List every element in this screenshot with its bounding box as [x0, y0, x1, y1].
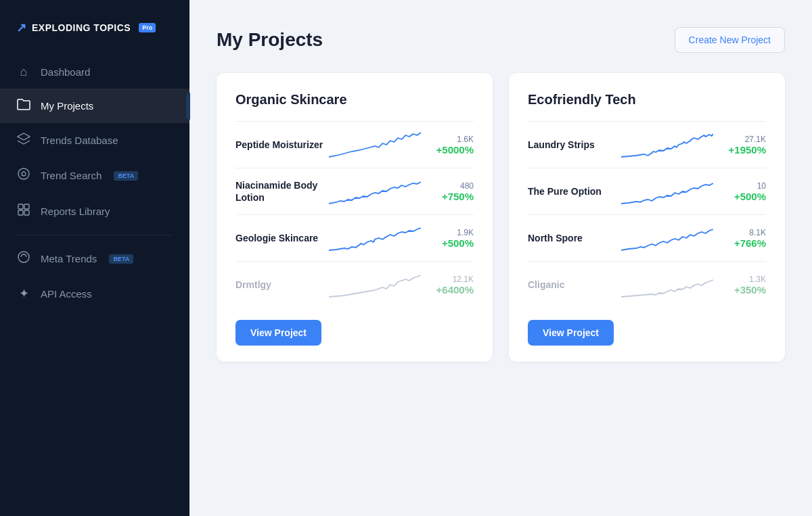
- topic-row: Peptide Moisturizer 1.6K +5000%: [235, 121, 474, 168]
- topic-stats: 480 +750%: [426, 181, 474, 202]
- beta-badge: BETA: [114, 171, 138, 181]
- project-name: Ecofriendly Tech: [528, 92, 766, 108]
- meta-trends-icon: [16, 250, 31, 267]
- search-circle-icon: [16, 167, 31, 184]
- active-indicator: [186, 93, 190, 120]
- topic-stats: 10 +500%: [719, 181, 766, 202]
- topic-pct: +350%: [719, 284, 766, 296]
- topic-name: North Spore: [528, 232, 616, 244]
- topic-pct: +500%: [426, 237, 474, 249]
- view-project-button[interactable]: View Project: [235, 320, 321, 346]
- project-name: Organic Skincare: [235, 92, 474, 108]
- sidebar-item-label: My Projects: [41, 100, 93, 112]
- project-card-organic-skincare: Organic Skincare Peptide Moisturizer 1.6…: [217, 73, 493, 362]
- sidebar-item-dashboard[interactable]: ⌂ Dashboard: [0, 55, 189, 89]
- topic-row: Laundry Strips 27.1K +1950%: [528, 121, 766, 168]
- mini-chart: [621, 178, 713, 205]
- mini-chart: [329, 131, 421, 158]
- topic-pct: +750%: [426, 191, 474, 202]
- sidebar-divider: [16, 235, 173, 235]
- main-content: My Projects Create New Project Organic S…: [189, 0, 812, 516]
- topic-count: 1.6K: [426, 135, 474, 144]
- sidebar-item-trend-search[interactable]: Trend Search BETA: [0, 158, 189, 193]
- mini-chart: [329, 225, 421, 252]
- topic-stats: 27.1K +1950%: [719, 135, 766, 156]
- topic-row: Niacinamide Body Lotion 480 +750%: [235, 168, 474, 214]
- layers-icon: [16, 133, 31, 148]
- topic-stats: 1.9K +500%: [426, 228, 474, 249]
- topic-row: North Spore 8.1K +766%: [528, 214, 766, 261]
- topic-name: Laundry Strips: [528, 139, 616, 151]
- sidebar-item-api-access[interactable]: ✦ API Access: [0, 277, 189, 310]
- topic-row-faded: Drmtlgy 12.1K +6400%: [235, 261, 474, 308]
- topic-row: Geologie Skincare 1.9K +500%: [235, 214, 474, 261]
- main-header: My Projects Create New Project: [217, 27, 785, 53]
- svg-point-0: [18, 168, 29, 179]
- topic-pct: +5000%: [426, 144, 474, 156]
- sidebar-item-label: Dashboard: [41, 66, 90, 78]
- topic-name: Peptide Moisturizer: [235, 139, 323, 151]
- svg-rect-4: [18, 210, 23, 215]
- mini-chart: [621, 131, 713, 158]
- sidebar-item-trends-database[interactable]: Trends Database: [0, 123, 189, 158]
- projects-grid: Organic Skincare Peptide Moisturizer 1.6…: [217, 73, 785, 362]
- topic-stats: 1.3K +350%: [719, 275, 766, 296]
- sidebar: ↗ EXPLODING TOPICS Pro ⌂ Dashboard My Pr…: [0, 0, 189, 516]
- beta-badge: BETA: [109, 254, 133, 264]
- logo-area: ↗ EXPLODING TOPICS Pro: [0, 14, 189, 55]
- create-project-button[interactable]: Create New Project: [675, 27, 785, 53]
- topic-name: Geologie Skincare: [235, 232, 323, 244]
- topic-name: Drmtlgy: [235, 279, 323, 291]
- topic-name: Niacinamide Body Lotion: [235, 179, 323, 204]
- svg-rect-2: [18, 204, 23, 209]
- topic-pct: +1950%: [719, 144, 766, 156]
- sidebar-item-label: Trend Search: [41, 170, 102, 181]
- api-icon: ✦: [16, 286, 31, 301]
- topic-count: 27.1K: [719, 135, 766, 144]
- sidebar-item-label: Meta Trends: [41, 253, 97, 264]
- topic-pct: +6400%: [426, 284, 474, 296]
- sidebar-item-meta-trends[interactable]: Meta Trends BETA: [0, 241, 189, 277]
- topic-pct: +500%: [719, 191, 766, 202]
- topic-count: 12.1K: [426, 275, 474, 284]
- topic-pct: +766%: [719, 237, 766, 249]
- logo-icon: ↗: [16, 20, 26, 35]
- mini-chart: [621, 225, 713, 252]
- topic-stats: 1.6K +5000%: [426, 135, 474, 156]
- topic-stats: 12.1K +6400%: [426, 275, 474, 296]
- pro-badge: Pro: [139, 23, 156, 32]
- sidebar-item-label: API Access: [41, 288, 92, 300]
- reports-icon: [16, 203, 31, 220]
- topic-count: 8.1K: [719, 228, 766, 237]
- svg-rect-5: [24, 210, 29, 215]
- topic-stats: 8.1K +766%: [719, 228, 766, 249]
- mini-chart: [329, 178, 421, 205]
- topic-row-faded: Cliganic 1.3K +350%: [528, 261, 766, 308]
- topic-count: 1.9K: [426, 228, 474, 237]
- topic-row: The Pure Option 10 +500%: [528, 168, 766, 214]
- folder-icon: [16, 98, 31, 114]
- logo-text: EXPLODING TOPICS: [32, 22, 131, 33]
- page-title: My Projects: [217, 29, 323, 51]
- svg-rect-3: [24, 204, 29, 209]
- sidebar-item-my-projects[interactable]: My Projects: [0, 89, 189, 123]
- sidebar-nav: ⌂ Dashboard My Projects Trends Database: [0, 55, 189, 310]
- sidebar-item-label: Reports Library: [41, 206, 110, 217]
- topic-count: 10: [719, 181, 766, 191]
- sidebar-item-label: Trends Database: [41, 135, 118, 146]
- mini-chart: [329, 271, 421, 298]
- svg-point-1: [22, 172, 26, 176]
- svg-point-6: [18, 252, 29, 262]
- topic-name: The Pure Option: [528, 185, 616, 197]
- sidebar-item-reports-library[interactable]: Reports Library: [0, 193, 189, 229]
- topic-count: 1.3K: [719, 275, 766, 284]
- topic-name: Cliganic: [528, 279, 616, 291]
- home-icon: ⌂: [16, 65, 31, 79]
- mini-chart: [621, 271, 713, 298]
- project-card-ecofriendly-tech: Ecofriendly Tech Laundry Strips 27.1K +1…: [509, 73, 785, 362]
- topic-count: 480: [426, 181, 474, 191]
- view-project-button[interactable]: View Project: [528, 320, 614, 346]
